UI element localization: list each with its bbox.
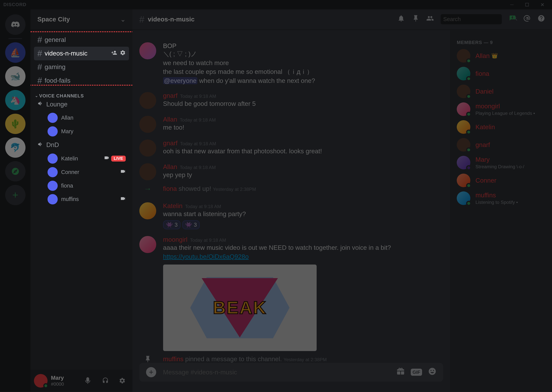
gif-button[interactable]: GIF [411, 369, 422, 376]
notifications-icon[interactable] [397, 14, 405, 24]
member-item[interactable]: MaryStreaming Drawing \·o·/ [453, 154, 549, 171]
voice-user[interactable]: KatelinLIVE [34, 152, 129, 165]
server-icon[interactable]: 🌵 [5, 114, 25, 134]
message-scroll[interactable]: BOP＼( ; ▽ ; )ノwe need to watch morethe l… [132, 30, 450, 363]
author-name[interactable]: gnarf [163, 140, 178, 147]
text-channel-videos-n-music[interactable]: #videos-n-music [34, 47, 129, 60]
speaker-icon [37, 141, 44, 149]
message-input-area: + GIF [132, 363, 450, 392]
voice-user-name: Katelin [61, 155, 78, 162]
message-input[interactable] [163, 369, 397, 376]
text-channel-gaming[interactable]: #gaming [34, 60, 129, 74]
voice-user[interactable]: muffins [34, 193, 129, 206]
speaker-icon [37, 100, 44, 108]
camera-icon [104, 155, 109, 162]
avatar [457, 102, 470, 116]
voice-user[interactable]: fiona [34, 179, 129, 193]
reaction[interactable]: 👾3 [163, 220, 181, 229]
hash-icon: # [37, 35, 42, 45]
avatar[interactable] [139, 140, 156, 157]
voice-user[interactable]: Mary [34, 125, 129, 138]
voice-user-name: muffins [61, 196, 79, 202]
voice-category[interactable]: ⌄ VOICE CHANNELS [34, 87, 129, 98]
member-name: fiona [476, 70, 489, 78]
avatar [457, 138, 470, 152]
emoji-icon[interactable] [428, 367, 436, 378]
server-icon[interactable]: 🐬 [5, 137, 25, 158]
timestamp: Yesterday at 2:38PM [213, 187, 256, 192]
text-channel-food-fails[interactable]: #food-fails [34, 74, 129, 87]
close-button[interactable]: ✕ [537, 0, 549, 9]
sys-author[interactable]: muffins [163, 356, 183, 363]
gift-icon[interactable] [396, 367, 405, 378]
author-name[interactable]: Allan [163, 116, 177, 123]
explore-button[interactable] [5, 161, 25, 182]
timestamp: Today at 9:18 AM [180, 141, 216, 147]
author-name[interactable]: BOP [163, 42, 176, 49]
inbox-icon[interactable] [509, 14, 516, 24]
user-info[interactable]: Mary #0000 [51, 375, 78, 387]
author-name[interactable]: moongirl [163, 236, 188, 243]
camera-icon [120, 169, 126, 175]
dm-home-button[interactable] [5, 14, 25, 35]
channel-header: # videos-n-music [132, 9, 552, 30]
avatar[interactable] [139, 236, 156, 253]
pinned-icon[interactable] [412, 14, 420, 24]
server-header[interactable]: Space City ⌄ [30, 9, 132, 30]
mentions-icon[interactable] [523, 14, 531, 24]
minimize-button[interactable]: ─ [506, 0, 518, 9]
settings-button[interactable] [115, 374, 129, 388]
text-channel-general[interactable]: #general [34, 33, 129, 47]
chat-area: # videos-n-music BOP＼( ; ▽ [132, 9, 552, 392]
member-item[interactable]: moongirlPlaying League of Legends ▪ [453, 100, 549, 118]
maximize-button[interactable]: ☐ [521, 0, 533, 9]
member-item[interactable]: fiona [453, 65, 549, 83]
message: AllanToday at 9:18 AMyep yep ty [132, 162, 450, 181]
voice-user[interactable]: Allan [34, 111, 129, 125]
sys-text: pinned a message to this channel. [183, 356, 282, 363]
titlebar: DISCORD ─ ☐ ✕ [0, 0, 552, 9]
add-server-button[interactable]: + [5, 185, 25, 205]
member-item[interactable]: muffinsListening to Spotify ▪ [453, 189, 549, 207]
message: moongirlToday at 9:18 AMaaaa their new m… [132, 235, 450, 352]
avatar[interactable] [139, 163, 156, 180]
mute-button[interactable] [81, 374, 95, 388]
member-item[interactable]: Katelin [453, 118, 549, 136]
deafen-button[interactable] [99, 374, 112, 388]
reaction[interactable]: 👾3 [182, 220, 200, 229]
member-item[interactable]: Allan👑 [453, 47, 549, 65]
search-box[interactable] [441, 14, 502, 24]
user-avatar[interactable] [34, 374, 48, 388]
memberlist-icon[interactable] [426, 14, 434, 24]
voice-user[interactable]: Conner [34, 165, 129, 179]
server-icon[interactable]: ⛵ [5, 42, 25, 63]
attach-button[interactable]: + [146, 367, 156, 377]
author-name[interactable]: gnarf [163, 92, 178, 99]
author-name[interactable]: Katelin [163, 202, 183, 210]
server-icon[interactable]: 🐋 [5, 66, 25, 86]
message-content: me too! [163, 123, 443, 132]
avatar[interactable] [139, 42, 156, 59]
link[interactable]: https://youtu.be/OiDx6aQ928o [163, 253, 249, 260]
message-area: BOP＼( ; ▽ ; )ノwe need to watch morethe l… [132, 30, 450, 392]
member-item[interactable]: gnarf [453, 136, 549, 154]
avatar[interactable] [139, 92, 156, 109]
video-embed[interactable]: BEAK▶ [163, 265, 317, 351]
message-input-box[interactable]: + GIF [139, 363, 443, 381]
add-member-icon[interactable] [111, 50, 117, 57]
sys-author[interactable]: fiona [163, 185, 177, 192]
help-icon[interactable] [537, 14, 545, 24]
user-name: Mary [51, 375, 78, 381]
mention[interactable]: @everyone [163, 77, 197, 84]
member-item[interactable]: Daniel [453, 83, 549, 100]
server-icon[interactable]: 🦄 [5, 90, 25, 110]
avatar[interactable] [139, 202, 156, 219]
voice-channel-Lounge[interactable]: Lounge [34, 98, 129, 111]
author-name[interactable]: Allan [163, 163, 177, 171]
member-item[interactable]: Conner [453, 171, 549, 189]
gear-icon[interactable] [120, 50, 126, 57]
avatar[interactable] [139, 116, 156, 133]
voice-user-name: fiona [61, 182, 73, 189]
search-input[interactable] [443, 16, 512, 22]
voice-channel-DnD[interactable]: DnD [34, 138, 129, 152]
